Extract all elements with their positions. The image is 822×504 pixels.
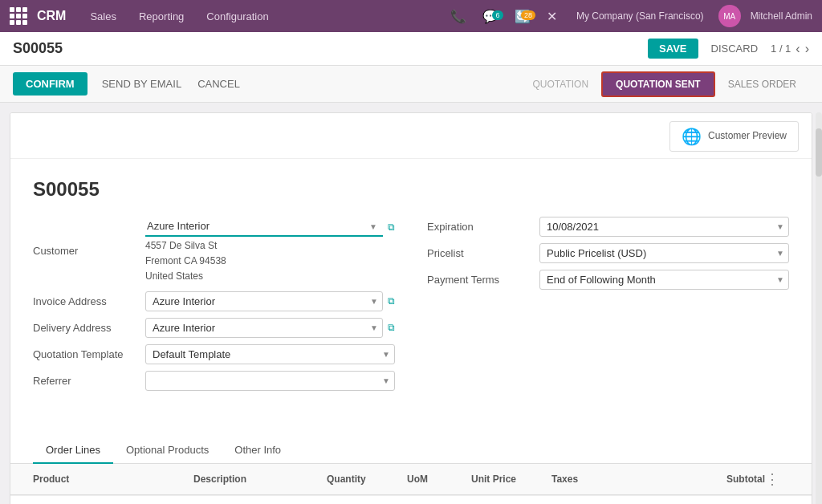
address-line3: United States bbox=[145, 269, 395, 284]
form-body: S00055 Customer ▼ ⧉ bbox=[10, 159, 812, 425]
referrer-select[interactable] bbox=[145, 371, 395, 391]
customer-external-link[interactable]: ⧉ bbox=[388, 222, 395, 233]
col-quantity: Quantity bbox=[327, 474, 407, 485]
invoice-address-select-wrap: Azure Interior ▼ bbox=[145, 291, 383, 311]
customer-field: ▼ ⧉ 4557 De Silva St Fremont CA 94538 Un… bbox=[145, 217, 395, 285]
customer-preview-button[interactable]: 🌐 Customer Preview bbox=[669, 121, 799, 152]
payment-terms-label: Payment Terms bbox=[427, 274, 539, 286]
grid-icon[interactable] bbox=[10, 7, 27, 25]
tab-order-lines[interactable]: Order Lines bbox=[33, 437, 113, 464]
col-subtotal: Subtotal bbox=[632, 474, 765, 485]
next-page-button[interactable]: › bbox=[805, 42, 809, 56]
phone-icon[interactable]: 📞 bbox=[446, 9, 471, 24]
expiration-input[interactable] bbox=[539, 217, 789, 237]
invoice-address-label: Invoice Address bbox=[33, 295, 145, 307]
invoice-address-select[interactable]: Azure Interior bbox=[145, 291, 383, 311]
delivery-address-select-wrap: Azure Interior ▼ bbox=[145, 318, 383, 338]
delivery-address-field: Azure Interior ▼ bbox=[145, 318, 383, 338]
customer-input[interactable] bbox=[145, 217, 383, 237]
cancel-button[interactable]: CANCEL bbox=[189, 72, 248, 96]
nav-reporting[interactable]: Reporting bbox=[131, 0, 192, 32]
form-col-left: Customer ▼ ⧉ 4557 De Silva St Fremont CA… bbox=[33, 217, 395, 397]
subheader-actions: SAVE DISCARD 1 / 1 ‹ › bbox=[648, 39, 809, 59]
pagination: 1 / 1 ‹ › bbox=[771, 42, 809, 56]
send-email-button[interactable]: SEND BY EMAIL bbox=[94, 72, 189, 96]
tab-optional-products[interactable]: Optional Products bbox=[113, 437, 222, 464]
form-col-right: Expiration ▼ Pricelist bbox=[427, 217, 789, 296]
form-doc-title: S00055 bbox=[33, 178, 789, 201]
wrench-icon[interactable]: ✕ bbox=[542, 9, 562, 24]
customer-field-row: Customer ▼ ⧉ 4557 De Silva St Fremont CA… bbox=[33, 217, 395, 285]
step-quotation-sent[interactable]: QUOTATION SENT bbox=[601, 71, 715, 97]
delivery-address-field-row: Delivery Address Azure Interior ▼ ⧉ bbox=[33, 318, 395, 338]
brand-label[interactable]: CRM bbox=[37, 9, 66, 23]
expiration-label: Expiration bbox=[427, 221, 539, 233]
customer-preview-label: Customer Preview bbox=[708, 130, 787, 143]
company-label: My Company (San Francisco) bbox=[576, 10, 704, 22]
pricelist-field: Public Pricelist (USD) ▼ bbox=[539, 243, 789, 263]
expiration-field-row: Expiration ▼ bbox=[427, 217, 789, 237]
pricelist-select-wrap: Public Pricelist (USD) ▼ bbox=[539, 243, 789, 263]
chat-icon[interactable]: 💬 6 bbox=[478, 9, 503, 24]
expiration-field: ▼ bbox=[539, 217, 789, 237]
referrer-field: ▼ bbox=[145, 371, 395, 391]
tab-other-info[interactable]: Other Info bbox=[222, 437, 294, 464]
address-line2: Fremont CA 94538 bbox=[145, 254, 395, 269]
col-product: Product bbox=[33, 474, 193, 485]
pricelist-label: Pricelist bbox=[427, 247, 539, 259]
pricelist-select[interactable]: Public Pricelist (USD) bbox=[539, 243, 789, 263]
col-unit-price: Unit Price bbox=[471, 474, 551, 485]
discard-button[interactable]: DISCARD bbox=[705, 39, 765, 59]
customer-label: Customer bbox=[33, 245, 145, 257]
subheader: S00055 SAVE DISCARD 1 / 1 ‹ › bbox=[0, 32, 822, 66]
col-description: Description bbox=[193, 474, 327, 485]
invoice-external-link[interactable]: ⧉ bbox=[388, 295, 395, 307]
address-line1: 4557 De Silva St bbox=[145, 238, 395, 254]
payment-terms-select[interactable]: End of Following Month bbox=[539, 270, 789, 290]
invoice-address-field: Azure Interior ▼ bbox=[145, 291, 383, 311]
refresh-badge: 28 bbox=[521, 10, 535, 20]
topnav: CRM Sales Reporting Configuration 📞 💬 6 … bbox=[0, 0, 822, 32]
nav-sales[interactable]: Sales bbox=[82, 0, 124, 32]
quotation-template-field: Default Template ▼ bbox=[145, 344, 395, 364]
globe-icon: 🌐 bbox=[682, 127, 702, 146]
confirm-button[interactable]: CONFIRM bbox=[13, 72, 87, 96]
referrer-field-row: Referrer ▼ bbox=[33, 371, 395, 391]
expiration-select-wrap: ▼ bbox=[539, 217, 789, 237]
customer-address: 4557 De Silva St Fremont CA 94538 United… bbox=[145, 238, 395, 285]
referrer-label: Referrer bbox=[33, 375, 145, 387]
pricelist-field-row: Pricelist Public Pricelist (USD) ▼ bbox=[427, 243, 789, 263]
table-footer: Add a product Add a section Add a note bbox=[10, 495, 812, 504]
avatar[interactable]: MA bbox=[718, 5, 741, 27]
workflow-bar: CONFIRM SEND BY EMAIL CANCEL QUOTATION Q… bbox=[0, 66, 822, 103]
table-options-icon[interactable]: ⋮ bbox=[765, 470, 789, 488]
quotation-template-label: Quotation Template bbox=[33, 348, 145, 360]
delivery-external-link[interactable]: ⧉ bbox=[388, 322, 395, 333]
quotation-template-select-wrap: Default Template ▼ bbox=[145, 344, 395, 364]
table-header: Product Description Quantity UoM Unit Pr… bbox=[10, 464, 812, 495]
quotation-template-field-row: Quotation Template Default Template ▼ bbox=[33, 344, 395, 364]
quotation-template-select[interactable]: Default Template bbox=[145, 344, 395, 364]
delivery-address-label: Delivery Address bbox=[33, 322, 145, 334]
delivery-address-select[interactable]: Azure Interior bbox=[145, 318, 383, 338]
pagination-text: 1 / 1 bbox=[771, 43, 791, 55]
customer-select-wrap: ▼ ⧉ bbox=[145, 217, 395, 237]
form-main-row: Customer ▼ ⧉ 4557 De Silva St Fremont CA… bbox=[33, 217, 789, 397]
chat-badge: 6 bbox=[492, 10, 503, 20]
payment-terms-field: End of Following Month ▼ bbox=[539, 270, 789, 290]
payment-terms-select-wrap: End of Following Month ▼ bbox=[539, 270, 789, 290]
referrer-select-wrap: ▼ bbox=[145, 371, 395, 391]
step-sales-order[interactable]: SALES ORDER bbox=[715, 73, 809, 96]
col-taxes: Taxes bbox=[551, 474, 632, 485]
status-steps: QUOTATION QUOTATION SENT SALES ORDER bbox=[520, 71, 809, 97]
col-uom: UoM bbox=[407, 474, 471, 485]
payment-terms-field-row: Payment Terms End of Following Month ▼ bbox=[427, 270, 789, 290]
save-button[interactable]: SAVE bbox=[648, 39, 698, 59]
tabs-bar: Order Lines Optional Products Other Info bbox=[10, 437, 812, 464]
refresh-icon[interactable]: 🔄 28 bbox=[510, 9, 535, 24]
prev-page-button[interactable]: ‹ bbox=[796, 42, 800, 56]
step-quotation[interactable]: QUOTATION bbox=[520, 73, 602, 96]
nav-configuration[interactable]: Configuration bbox=[198, 0, 276, 32]
doc-id: S00055 bbox=[13, 40, 63, 57]
username-label: Mitchell Admin bbox=[751, 10, 812, 22]
